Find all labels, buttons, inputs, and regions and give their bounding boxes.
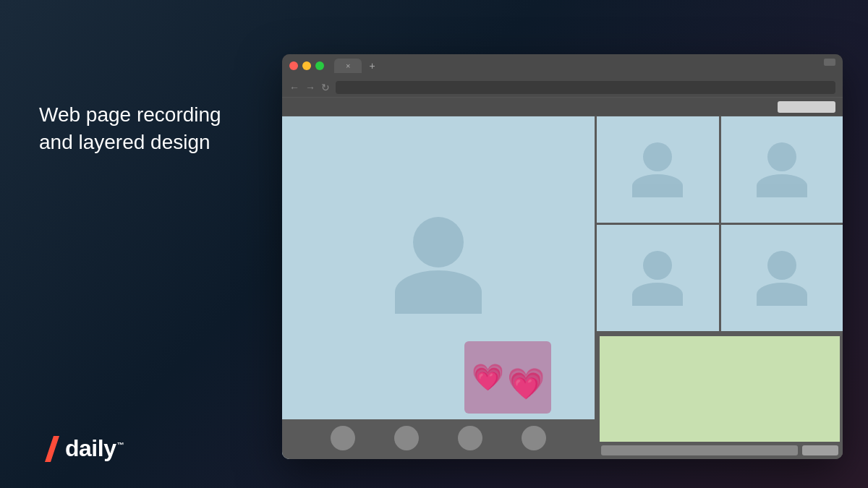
tile-avatar-3 — [632, 251, 683, 306]
video-tile-2 — [721, 116, 843, 223]
browser-addressbar: ← → ↻ — [282, 77, 843, 98]
main-video-avatar — [395, 217, 482, 314]
tile-body-3 — [632, 283, 683, 306]
main-video-panel: 💗 💗 — [282, 116, 597, 459]
traffic-light-yellow[interactable] — [302, 61, 311, 70]
browser-titlebar: × + — [282, 54, 843, 77]
browser-content: 💗 💗 — [282, 116, 843, 459]
tile-head-2 — [767, 142, 796, 171]
tile-body-4 — [757, 283, 807, 306]
avatar-body — [395, 270, 482, 314]
new-tab-button[interactable]: + — [365, 60, 379, 72]
traffic-light-green[interactable] — [315, 61, 324, 70]
tab-close-icon[interactable]: × — [346, 61, 350, 70]
headline-line2: and layered design — [39, 131, 210, 153]
back-button[interactable]: ← — [289, 82, 299, 93]
mic-button[interactable] — [331, 426, 355, 450]
tile-avatar-2 — [757, 142, 807, 197]
chat-input[interactable] — [601, 445, 798, 455]
tab-area: × + — [334, 59, 380, 73]
chat-panel — [597, 333, 843, 459]
headline: Web page recording and layered design — [39, 101, 271, 156]
logo-text: daily™ — [65, 435, 124, 462]
browser-toolbar — [282, 98, 843, 116]
tile-avatar-4 — [757, 251, 807, 306]
tile-avatar-1 — [632, 142, 683, 197]
video-tile-3 — [597, 225, 719, 331]
chat-input-row — [597, 442, 843, 459]
tile-body-2 — [757, 174, 807, 197]
svg-marker-0 — [45, 436, 59, 462]
share-button[interactable] — [458, 426, 482, 450]
left-panel: Web page recording and layered design — [39, 101, 271, 156]
browser-window: × + ← → ↻ 💗 💗 — [282, 54, 843, 459]
forward-button[interactable]: → — [305, 82, 315, 93]
chat-send-button[interactable] — [802, 445, 838, 455]
browser-dropdown-icon[interactable] — [824, 59, 835, 66]
camera-button[interactable] — [394, 426, 419, 450]
browser-tab[interactable]: × — [334, 59, 362, 73]
headline-line1: Web page recording — [39, 103, 221, 126]
toolbar-button[interactable] — [778, 101, 835, 113]
daily-logo: daily™ — [39, 435, 124, 462]
heart-icon-1: 💗 — [472, 362, 504, 393]
avatar-head — [413, 217, 464, 267]
video-tile-1 — [597, 116, 719, 223]
address-bar-input[interactable] — [336, 81, 835, 94]
tile-body-1 — [632, 174, 683, 197]
right-panel — [597, 116, 843, 459]
tile-head-4 — [767, 251, 796, 280]
leave-button[interactable] — [522, 426, 546, 450]
heart-icon-2: 💗 — [507, 366, 545, 401]
refresh-button[interactable]: ↻ — [321, 82, 330, 93]
video-grid — [597, 116, 843, 333]
chat-content-area — [600, 336, 840, 442]
daily-slash-icon — [39, 436, 59, 462]
tile-head-1 — [643, 142, 672, 171]
controls-bar — [282, 419, 595, 457]
reaction-overlay: 💗 💗 — [464, 341, 551, 414]
traffic-light-red[interactable] — [289, 61, 298, 70]
tile-head-3 — [643, 251, 672, 280]
video-tile-4 — [721, 225, 843, 331]
